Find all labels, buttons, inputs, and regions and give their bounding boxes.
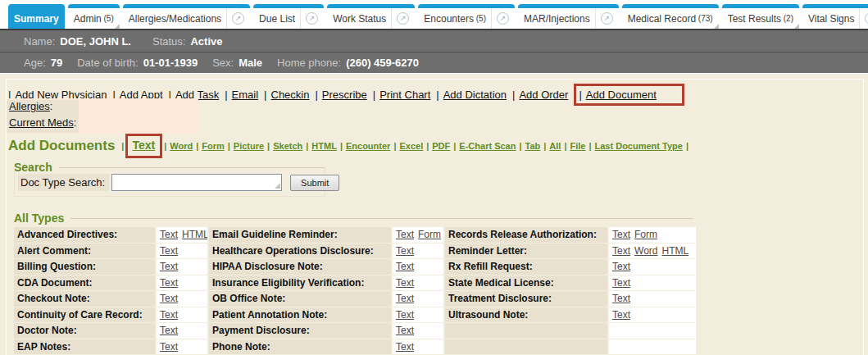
doc-type-link-cell: Text: [393, 323, 443, 339]
current-meds-value: [79, 116, 198, 133]
doc-type-name: Ultrasound Note:: [445, 307, 607, 323]
doc-type-form[interactable]: Form: [202, 141, 225, 151]
open-as-html-link[interactable]: HTML: [182, 229, 207, 240]
open-as-text-link[interactable]: Text: [160, 277, 178, 289]
action-prescribe[interactable]: Prescribe: [322, 89, 367, 101]
open-as-text-link[interactable]: Text: [612, 261, 630, 272]
open-as-text-link[interactable]: Text: [612, 277, 630, 289]
doc-type-text[interactable]: Text: [132, 139, 155, 152]
tab-admin[interactable]: Admin (5): [68, 4, 120, 29]
separator: |: [589, 141, 591, 151]
doc-type-excel[interactable]: Excel: [399, 141, 423, 151]
open-as-text-link[interactable]: Text: [396, 245, 414, 257]
allergies-row-label: Allergies:: [7, 100, 79, 116]
open-as-text-link[interactable]: Text: [160, 293, 178, 304]
open-new-window-icon[interactable]: ↗: [491, 8, 509, 29]
patient-name: DOE, JOHN L.: [60, 35, 131, 48]
doc-type-link-cell: Text: [609, 291, 696, 307]
doc-type-file[interactable]: File: [570, 141, 585, 151]
open-as-html-link[interactable]: HTML: [661, 245, 688, 257]
doc-type-name: Rx Refill Request:: [445, 259, 607, 275]
action-print-chart[interactable]: Print Chart: [379, 89, 430, 101]
current-meds-link[interactable]: Current Meds: [9, 116, 74, 129]
doc-type-e-chart-scan[interactable]: E-Chart Scan: [459, 141, 516, 151]
doc-type-name: [445, 323, 607, 339]
doc-type-name: EAP Notes:: [14, 339, 155, 355]
open-as-text-link[interactable]: Text: [160, 341, 178, 353]
action-add-order[interactable]: Add Order: [519, 89, 568, 101]
open-as-form-link[interactable]: Form: [634, 229, 657, 240]
tab-vital-signs[interactable]: Vital Signs↗: [802, 4, 868, 29]
open-as-word-link[interactable]: Word: [634, 245, 657, 257]
open-as-text-link[interactable]: Text: [396, 293, 414, 304]
doc-type-name: Alert Comment:: [14, 243, 155, 259]
all-types-title: All Types: [14, 212, 64, 225]
open-as-text-link[interactable]: Text: [396, 261, 414, 272]
action-email[interactable]: Email: [232, 89, 259, 101]
separator: |: [453, 141, 456, 151]
separator: |: [225, 89, 227, 101]
doc-type-picture[interactable]: Picture: [234, 141, 264, 151]
open-as-text-link[interactable]: Text: [160, 229, 178, 240]
tab-due-list[interactable]: Due List↗: [253, 4, 324, 29]
doc-type-sketch[interactable]: Sketch: [273, 141, 302, 151]
doc-type-link-cell: Text: [609, 259, 696, 275]
action-add-dictation[interactable]: Add Dictation: [443, 89, 507, 101]
open-as-text-link[interactable]: Text: [160, 325, 178, 336]
doc-type-name: Checkout Note:: [14, 291, 155, 307]
open-as-text-link[interactable]: Text: [612, 229, 630, 240]
open-as-text-link[interactable]: Text: [612, 309, 630, 321]
doc-type-link-cell: Text: [393, 339, 443, 355]
doc-type-name: Records Release Authorization:: [445, 227, 607, 243]
doc-type-encounter[interactable]: Encounter: [346, 141, 390, 151]
tab-mar-injections[interactable]: MAR/Injections↗: [518, 4, 619, 29]
tab-test-results[interactable]: Test Results (2): [722, 4, 799, 29]
doc-type-search-input[interactable]: [111, 174, 282, 191]
tab-encounters[interactable]: Encounters (5)↗: [418, 4, 515, 29]
open-as-text-link[interactable]: Text: [160, 309, 178, 321]
age-label: Age:: [24, 57, 46, 69]
doc-type-pdf[interactable]: PDF: [432, 141, 450, 151]
doc-type-last-document-type[interactable]: Last Document Type: [595, 141, 683, 151]
tab-allergies-medications[interactable]: Allergies/Medications↗: [123, 4, 250, 29]
open-as-text-link[interactable]: Text: [612, 293, 630, 304]
doc-type-name: Advanced Directives:: [14, 227, 155, 243]
tab-medical-record[interactable]: Medical Record (73): [622, 4, 719, 29]
open-new-window-icon[interactable]: ↗: [595, 8, 613, 29]
open-as-text-link[interactable]: Text: [396, 341, 414, 353]
doc-type-html[interactable]: HTML: [311, 141, 337, 151]
open-new-window-icon[interactable]: ↗: [391, 8, 409, 29]
open-as-text-link[interactable]: Text: [396, 229, 414, 240]
doc-type-name: CDA Document:: [14, 275, 155, 291]
submit-button[interactable]: Submit: [290, 175, 339, 191]
doc-type-word[interactable]: Word: [170, 141, 193, 151]
patient-dob: 01-01-1939: [143, 57, 198, 69]
open-as-form-link[interactable]: Form: [418, 229, 441, 240]
open-new-window-icon[interactable]: ↗: [300, 8, 318, 29]
allergies-link[interactable]: Allergies: [9, 100, 50, 112]
dropdown-corner-icon: [714, 24, 719, 29]
open-as-text-link[interactable]: Text: [612, 245, 630, 257]
open-as-text-link[interactable]: Text: [396, 309, 414, 321]
open-new-window-icon[interactable]: ↗: [226, 8, 244, 29]
colon: :: [74, 116, 77, 129]
tab-work-status[interactable]: Work Status↗: [327, 4, 415, 29]
open-new-window-icon[interactable]: ↗: [859, 8, 868, 29]
open-as-text-link[interactable]: Text: [396, 277, 414, 289]
doc-type-name: Reminder Letter:: [445, 243, 607, 259]
tab-summary[interactable]: Summary: [8, 4, 65, 29]
doc-type-tab[interactable]: Tab: [525, 141, 541, 151]
doc-type-name: Phone Note:: [209, 339, 391, 355]
action-checkin[interactable]: Checkin: [271, 89, 310, 101]
action-add-document[interactable]: Add Document: [586, 89, 657, 101]
open-as-text-link[interactable]: Text: [396, 325, 414, 336]
doc-type-links: |Text|Word|Form|Picture|Sketch|HTML|Enco…: [118, 134, 692, 158]
separator: |: [306, 141, 308, 151]
doc-type-link-cell: Text: [157, 259, 207, 275]
open-as-text-link[interactable]: Text: [160, 245, 178, 257]
doc-type-name: OB Office Note:: [209, 291, 391, 307]
doc-type-link-cell: Text: [393, 275, 443, 291]
doc-type-link-cell: [609, 339, 696, 355]
open-as-text-link[interactable]: Text: [160, 261, 178, 272]
doc-type-all[interactable]: All: [549, 141, 561, 151]
